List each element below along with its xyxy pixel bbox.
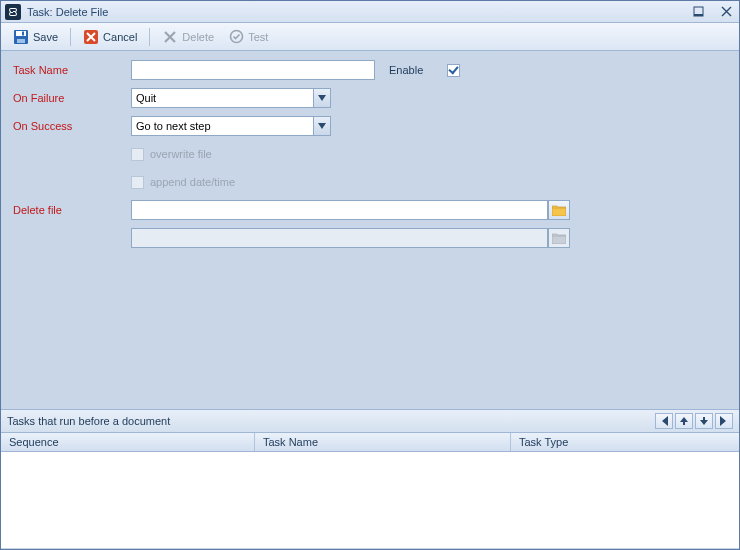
browse-file-button[interactable] [548,200,570,220]
on-success-label: On Success [13,120,131,132]
close-icon [721,6,732,17]
grid-body[interactable] [1,452,739,548]
svg-rect-4 [17,39,25,43]
test-button: Test [222,27,274,47]
append-checkbox [131,176,144,189]
delete-icon [162,29,178,45]
on-failure-label: On Failure [13,92,131,104]
test-icon [228,29,244,45]
on-success-value[interactable] [131,116,313,136]
test-label: Test [248,31,268,43]
go-last-button[interactable] [715,413,733,429]
minimize-icon [693,6,704,17]
app-icon [5,4,21,20]
save-icon [13,29,29,45]
col-task-name[interactable]: Task Name [255,433,511,451]
go-down-icon [699,416,709,426]
delete-file-input[interactable] [131,200,548,220]
on-success-dropdown[interactable] [313,116,331,136]
row-second-file [13,227,729,249]
folder-icon [552,204,566,216]
overwrite-checkbox [131,148,144,161]
row-on-failure: On Failure [13,87,729,109]
delete-file-label: Delete file [13,204,131,216]
close-button[interactable] [717,5,735,19]
delete-label: Delete [182,31,214,43]
lower-panel-title: Tasks that run before a document [7,415,653,427]
cancel-label: Cancel [103,31,137,43]
go-first-button[interactable] [655,413,673,429]
go-down-button[interactable] [695,413,713,429]
on-success-combo[interactable] [131,116,331,136]
chevron-down-icon [318,95,326,101]
go-up-icon [679,416,689,426]
chevron-down-icon [318,123,326,129]
enable-checkbox[interactable] [447,64,460,77]
svg-rect-1 [694,14,703,16]
go-first-icon [659,416,669,426]
folder-icon [552,232,566,244]
save-button[interactable]: Save [7,27,64,47]
window: Task: Delete File Save Cancel [0,0,740,550]
row-delete-file: Delete file [13,199,729,221]
form-content: Task Name Enable On Failure On Success [1,51,739,549]
append-label: append date/time [150,176,235,188]
window-title: Task: Delete File [27,6,689,18]
second-file-input [131,228,548,248]
on-failure-combo[interactable] [131,88,331,108]
on-failure-dropdown[interactable] [313,88,331,108]
overwrite-label: overwrite file [150,148,212,160]
save-label: Save [33,31,58,43]
minimize-button[interactable] [689,5,707,19]
col-task-type[interactable]: Task Type [511,433,739,451]
task-name-input[interactable] [131,60,375,80]
window-controls [689,5,735,19]
go-up-button[interactable] [675,413,693,429]
row-overwrite: overwrite file [13,143,729,165]
task-name-label: Task Name [13,64,131,76]
row-task-name: Task Name Enable [13,59,729,81]
toolbar-separator [149,28,150,46]
toolbar: Save Cancel Delete Test [1,23,739,51]
svg-rect-5 [22,31,24,35]
go-last-icon [719,416,729,426]
col-sequence[interactable]: Sequence [1,433,255,451]
delete-button: Delete [156,27,220,47]
row-append: append date/time [13,171,729,193]
lower-panel-header: Tasks that run before a document [1,410,739,433]
toolbar-separator [70,28,71,46]
svg-rect-3 [16,31,26,36]
enable-label: Enable [389,64,423,76]
browse-file-button-disabled [548,228,570,248]
cancel-icon [83,29,99,45]
titlebar: Task: Delete File [1,1,739,23]
on-failure-value[interactable] [131,88,313,108]
row-on-success: On Success [13,115,729,137]
cancel-button[interactable]: Cancel [77,27,143,47]
grid-header: Sequence Task Name Task Type [1,433,739,452]
lower-panel: Tasks that run before a document Sequenc… [1,409,739,548]
